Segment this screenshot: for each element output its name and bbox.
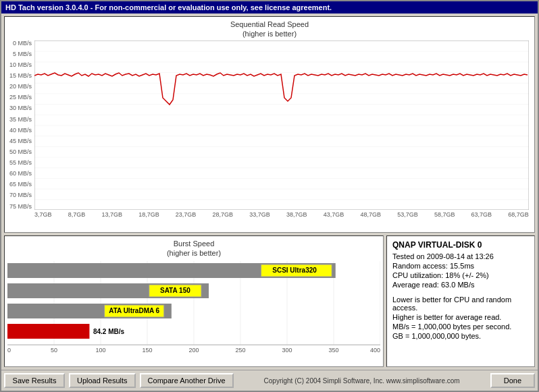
sequential-read-chart: Sequential Read Speed (higher is better)…	[4, 16, 535, 233]
info-note4: GB = 1,000,000,000 bytes.	[392, 332, 529, 340]
seq-chart-title: Sequential Read Speed (higher is better)	[7, 20, 532, 39]
svg-text:ATA UltraDMA 6: ATA UltraDMA 6	[109, 307, 159, 314]
info-panel: QNAP VIRTUAL-DISK 0 Tested on 2009-08-14…	[386, 235, 535, 367]
bottom-section: Burst Speed (higher is better)	[4, 235, 535, 367]
svg-text:250: 250	[235, 347, 245, 354]
burst-chart-svg: SCSI Ultra320 SATA 150 ATA UltraDMA 6 84…	[7, 261, 380, 356]
svg-text:200: 200	[188, 347, 199, 354]
svg-rect-3	[34, 40, 529, 210]
info-note1: Lower is better for CPU and random acces…	[392, 296, 529, 312]
info-random-access: Random access: 15.5ms	[392, 262, 529, 270]
info-test-date: Tested on 2009-08-14 at 13:26	[392, 252, 529, 260]
svg-text:0: 0	[7, 347, 11, 354]
svg-text:84.2 MB/s: 84.2 MB/s	[93, 328, 125, 335]
save-results-button[interactable]: Save Results	[4, 373, 65, 388]
compare-another-drive-button[interactable]: Compare Another Drive	[140, 373, 234, 388]
seq-chart-area: 75 MB/s 70 MB/s 65 MB/s 60 MB/s 55 MB/s …	[7, 40, 532, 223]
svg-text:350: 350	[328, 347, 338, 354]
footer-copyright: Copyright (C) 2004 Simpli Software, Inc.…	[238, 377, 486, 385]
seq-chart-plot	[34, 40, 529, 210]
svg-text:SATA 150: SATA 150	[160, 287, 190, 294]
svg-text:SCSI Ultra320: SCSI Ultra320	[272, 267, 317, 274]
x-axis: 3,7GB 8,7GB 13,7GB 18,7GB 23,7GB 28,7GB …	[34, 211, 529, 223]
svg-text:300: 300	[282, 347, 292, 354]
window-title: HD Tach version 3.0.4.0 - For non-commer…	[5, 3, 332, 11]
svg-rect-22	[7, 324, 89, 339]
info-note3: MB/s = 1,000,000 bytes per second.	[392, 323, 529, 331]
info-cpu: CPU utilization: 18% (+/- 2%)	[392, 271, 529, 279]
info-note2: Higher is better for average read.	[392, 313, 529, 321]
upload-results-button[interactable]: Upload Results	[69, 373, 136, 388]
main-window: HD Tach version 3.0.4.0 - For non-commer…	[0, 0, 539, 392]
y-axis: 75 MB/s 70 MB/s 65 MB/s 60 MB/s 55 MB/s …	[7, 40, 33, 210]
content-area: Sequential Read Speed (higher is better)…	[1, 13, 538, 370]
burst-chart-title: Burst Speed (higher is better)	[7, 239, 380, 258]
done-button[interactable]: Done	[490, 373, 535, 388]
svg-text:400: 400	[370, 347, 380, 354]
title-bar: HD Tach version 3.0.4.0 - For non-commer…	[1, 1, 538, 13]
footer: Save Results Upload Results Compare Anot…	[1, 370, 538, 391]
seq-chart-svg	[34, 40, 529, 210]
info-avg-read: Average read: 63.0 MB/s	[392, 281, 529, 289]
svg-text:50: 50	[51, 347, 57, 354]
info-title: QNAP VIRTUAL-DISK 0	[392, 240, 529, 250]
svg-text:150: 150	[142, 347, 152, 354]
burst-chart: Burst Speed (higher is better)	[4, 235, 384, 367]
svg-text:100: 100	[95, 347, 105, 354]
